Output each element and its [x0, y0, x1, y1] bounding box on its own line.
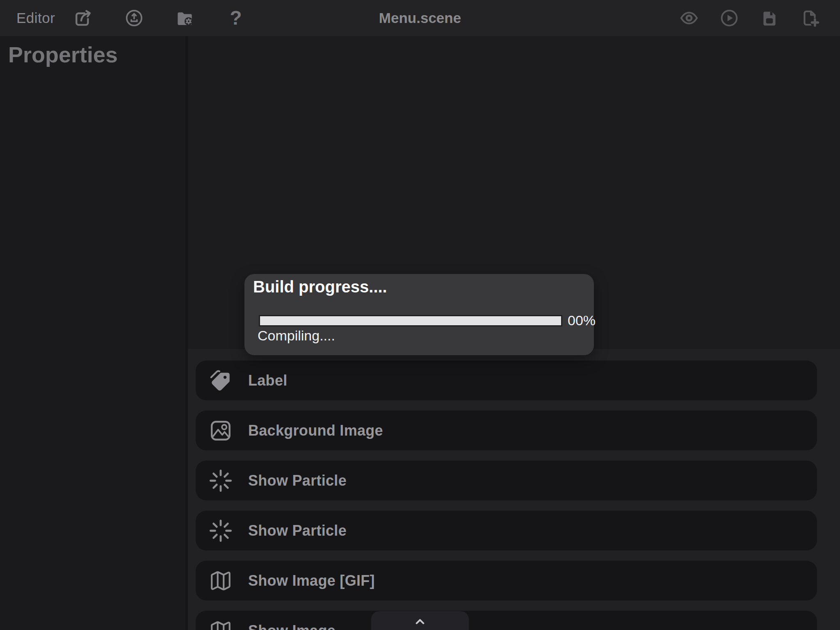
add-file-icon[interactable]: [798, 7, 821, 30]
editor-window: Editor ? Menu.scene Properties Label Bac…: [0, 0, 840, 630]
properties-title: Properties: [0, 36, 185, 67]
help-icon[interactable]: ?: [224, 7, 247, 30]
chevron-up-icon: [411, 614, 429, 628]
play-icon[interactable]: [718, 7, 741, 30]
action-row[interactable]: Show Particle: [196, 461, 817, 500]
particle-icon: [209, 469, 233, 493]
share-icon[interactable]: [72, 7, 95, 30]
build-dialog-title: Build progress....: [253, 278, 387, 296]
tag-icon: [209, 369, 233, 393]
action-label: Label: [248, 372, 288, 389]
map-icon: [209, 569, 233, 593]
action-label: Show Image: [248, 622, 336, 630]
expand-panel-tab[interactable]: [371, 611, 469, 630]
action-label: Show Particle: [248, 522, 347, 539]
toolbar-right-group: [678, 0, 821, 36]
action-label: Show Image [GIF]: [248, 572, 375, 589]
image-icon: [209, 419, 233, 443]
action-row[interactable]: Show Image: [196, 611, 817, 630]
build-progress-dialog: Build progress.... 00% Compiling....: [244, 274, 594, 355]
top-toolbar: Editor ? Menu.scene: [0, 0, 840, 36]
progress-row: 00%: [259, 313, 596, 329]
progress-bar: [259, 315, 562, 326]
toolbar-left-group: ?: [72, 0, 247, 36]
action-list: Label Background Image Show Particle Sho…: [196, 361, 817, 630]
properties-panel: Properties: [0, 36, 185, 630]
save-icon[interactable]: [758, 7, 781, 30]
action-row[interactable]: Label: [196, 361, 817, 400]
preview-eye-icon[interactable]: [678, 7, 701, 30]
action-panel: Label Background Image Show Particle Sho…: [188, 349, 840, 630]
map-icon: [209, 619, 233, 630]
action-row[interactable]: Background Image: [196, 411, 817, 450]
project-settings-folder-icon[interactable]: [173, 7, 196, 30]
progress-percent: 00%: [568, 313, 596, 329]
build-status-text: Compiling....: [258, 328, 335, 344]
app-label: Editor: [16, 0, 55, 36]
import-icon[interactable]: [123, 7, 146, 30]
particle-icon: [209, 519, 233, 543]
action-row[interactable]: Show Image [GIF]: [196, 561, 817, 600]
action-label: Background Image: [248, 422, 383, 439]
action-row[interactable]: Show Particle: [196, 511, 817, 550]
action-label: Show Particle: [248, 472, 347, 489]
